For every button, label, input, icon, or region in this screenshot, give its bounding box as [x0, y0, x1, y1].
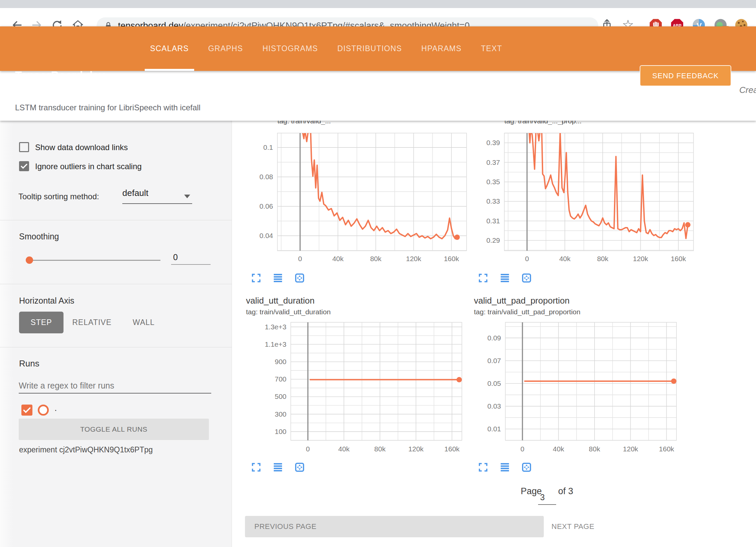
svg-text:0.07: 0.07: [487, 357, 501, 364]
tab-hparams[interactable]: HPARAMS: [420, 26, 463, 71]
smoothing-slider-thumb[interactable]: [26, 256, 33, 264]
tab-scalars[interactable]: SCALARS: [149, 26, 190, 71]
axis-wall-button[interactable]: WALL: [125, 312, 162, 333]
app-header: TensorBoard.dev SCALARS GRAPHS HISTOGRAM…: [0, 26, 756, 71]
main-nav: SCALARS GRAPHS HISTOGRAMS DISTRIBUTIONS …: [149, 26, 504, 71]
smoothing-value-input[interactable]: [171, 250, 211, 265]
tooltip-sorting-select[interactable]: default: [122, 188, 192, 204]
svg-text:80k: 80k: [589, 445, 600, 453]
toggle-all-runs-button[interactable]: TOGGLE ALL RUNS: [19, 419, 209, 440]
run-checkbox[interactable]: [21, 405, 32, 416]
ignore-outliers-label: Ignore outliers in chart scaling: [35, 162, 142, 171]
clipped-chart-tag: tag: train/valid_..._prop...: [504, 121, 694, 125]
log-scale-icon[interactable]: [499, 462, 510, 473]
ignore-outliers-checkbox[interactable]: [19, 161, 29, 171]
log-scale-icon[interactable]: [272, 462, 283, 473]
tab-histograms[interactable]: HISTOGRAMS: [261, 26, 319, 71]
fit-domain-icon[interactable]: [294, 272, 305, 284]
svg-text:0.29: 0.29: [486, 236, 500, 244]
svg-text:120k: 120k: [633, 255, 648, 262]
page: tensorboard.dev/experiment/cj2vtPiwQHKN9…: [0, 0, 756, 547]
clipped-chart-tag: tag: train/valid_...: [277, 121, 467, 125]
created-text-clipped: Crea: [739, 85, 756, 95]
browser-tab-strip: [0, 0, 756, 8]
tab-graphs[interactable]: GRAPHS: [207, 26, 244, 71]
svg-text:0.06: 0.06: [259, 202, 273, 210]
svg-text:40k: 40k: [553, 445, 564, 453]
fit-domain-icon[interactable]: [521, 272, 532, 284]
previous-page-button[interactable]: PREVIOUS PAGE: [245, 516, 544, 537]
chart-plot-3[interactable]: 0.010.030.050.070.09040k80k120k160k: [449, 320, 684, 453]
svg-text:160k: 160k: [659, 445, 674, 453]
chart-plot-1[interactable]: 0.290.310.330.350.370.39040k80k120k160k: [466, 132, 702, 266]
svg-text:1.3e+3: 1.3e+3: [265, 323, 286, 331]
svg-text:160k: 160k: [444, 255, 459, 262]
chart-plot-2[interactable]: 1003005007009001.1e+31.3e+3040k80k120k16…: [234, 320, 470, 453]
svg-text:0.1: 0.1: [263, 143, 273, 151]
browser-toolbar: tensorboard.dev/experiment/cj2vtPiwQHKN9…: [0, 8, 756, 26]
check-icon: [22, 406, 31, 415]
fullscreen-icon[interactable]: [478, 272, 489, 284]
svg-text:120k: 120k: [406, 255, 421, 262]
smoothing-slider-track[interactable]: [26, 260, 160, 261]
svg-text:40k: 40k: [332, 255, 344, 262]
run-color-swatch: [38, 405, 49, 416]
fullscreen-icon[interactable]: [251, 272, 262, 284]
svg-text:0.05: 0.05: [487, 379, 501, 387]
log-scale-icon[interactable]: [272, 272, 283, 284]
log-scale-icon[interactable]: [499, 272, 510, 284]
axis-relative-button[interactable]: RELATIVE: [67, 312, 117, 333]
svg-text:300: 300: [275, 410, 286, 418]
tab-distributions[interactable]: DISTRIBUTIONS: [336, 26, 403, 71]
divider: [0, 220, 232, 220]
svg-text:1.1e+3: 1.1e+3: [265, 340, 286, 348]
axis-step-button[interactable]: STEP: [19, 312, 64, 333]
show-download-links-checkbox[interactable]: [19, 142, 29, 152]
svg-text:900: 900: [275, 358, 286, 365]
divider: [0, 284, 232, 284]
svg-text:0: 0: [520, 445, 524, 453]
tooltip-sorting-value: default: [122, 188, 148, 198]
svg-text:0: 0: [525, 255, 529, 262]
divider: [0, 347, 232, 347]
fullscreen-icon[interactable]: [478, 462, 489, 473]
chart-toolbar: [251, 272, 305, 284]
svg-text:0.03: 0.03: [487, 402, 501, 410]
svg-text:80k: 80k: [374, 445, 386, 453]
chevron-down-icon: [184, 195, 190, 198]
svg-text:0.08: 0.08: [259, 173, 273, 181]
svg-text:120k: 120k: [408, 445, 424, 453]
app-logo[interactable]: TensorBoard.dev: [15, 69, 105, 82]
check-icon: [20, 162, 28, 170]
show-download-links-label: Show data download links: [35, 143, 128, 152]
fit-domain-icon[interactable]: [521, 462, 532, 473]
svg-text:40k: 40k: [559, 255, 571, 262]
page-number-input[interactable]: [538, 490, 556, 505]
svg-text:0.31: 0.31: [486, 217, 500, 225]
experiment-id-label: experiment cj2vtPiwQHKN9Q1tx6PTpg: [19, 445, 153, 454]
next-page-button[interactable]: NEXT PAGE: [551, 516, 594, 537]
svg-text:0.04: 0.04: [259, 232, 273, 239]
tab-text[interactable]: TEXT: [480, 26, 504, 71]
svg-text:160k: 160k: [671, 255, 686, 262]
svg-text:0.35: 0.35: [486, 178, 500, 186]
send-feedback-button[interactable]: SEND FEEDBACK: [640, 65, 731, 86]
svg-text:80k: 80k: [597, 255, 608, 262]
svg-text:40k: 40k: [338, 445, 350, 453]
fullscreen-icon[interactable]: [251, 462, 262, 473]
runs-regex-input[interactable]: [19, 378, 211, 394]
svg-text:0.01: 0.01: [487, 425, 501, 433]
chart-tag: tag: train/valid_utt_duration: [246, 308, 331, 316]
svg-text:0.39: 0.39: [486, 139, 500, 146]
chart-title: valid_utt_pad_proportion: [474, 296, 570, 306]
chart-plot-0[interactable]: 0.040.060.080.1040k80k120k160k: [239, 132, 475, 266]
svg-text:700: 700: [275, 375, 286, 383]
horizontal-axis-label: Horizontal Axis: [19, 296, 74, 306]
settings-sidebar: Show data download links Ignore outliers…: [0, 121, 232, 547]
run-name: .: [54, 403, 57, 413]
svg-text:0.09: 0.09: [487, 334, 501, 342]
svg-text:0.33: 0.33: [486, 197, 500, 205]
experiment-description: LSTM transducer training for LibriSpeech…: [15, 103, 201, 112]
smoothing-label: Smoothing: [19, 232, 59, 241]
fit-domain-icon[interactable]: [294, 462, 305, 473]
